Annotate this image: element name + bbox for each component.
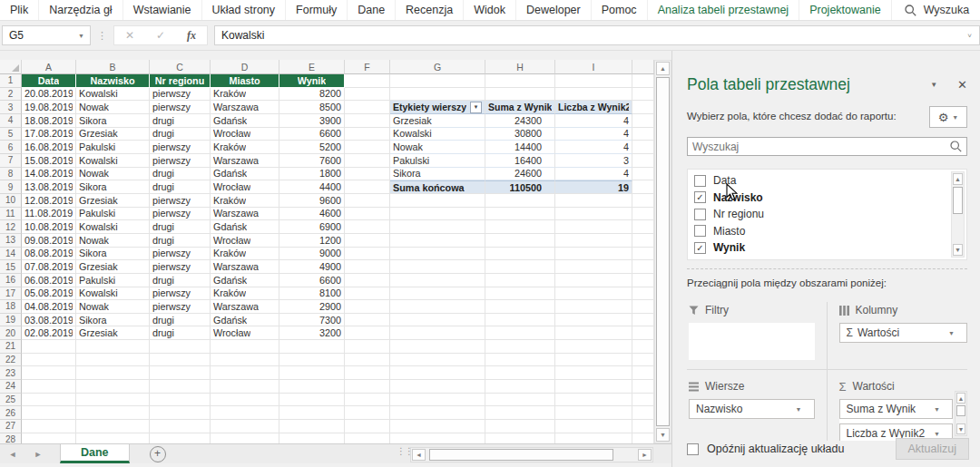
cell[interactable] [345, 128, 390, 141]
cell[interactable]: Sikora [76, 180, 150, 194]
cell[interactable]: 19 [555, 180, 632, 194]
row-header[interactable]: 23 [0, 366, 22, 380]
cell[interactable] [632, 380, 654, 394]
cell[interactable] [485, 88, 555, 102]
cell[interactable]: drugi [150, 128, 211, 141]
cell[interactable]: Kowalski [76, 154, 150, 168]
row-header[interactable]: 18 [0, 300, 22, 314]
cell[interactable] [632, 154, 654, 168]
cell[interactable] [485, 248, 555, 261]
field-list-scrollbar[interactable]: ▲ ▼ [951, 171, 965, 258]
cell[interactable] [632, 260, 654, 274]
cell[interactable] [632, 234, 654, 248]
cell[interactable] [390, 340, 485, 354]
scroll-up-icon[interactable]: ▲ [956, 393, 965, 404]
cell[interactable]: 16400 [485, 154, 555, 168]
sheet-tab-dane[interactable]: Dane [60, 444, 130, 463]
cell[interactable] [555, 274, 632, 287]
row-header[interactable]: 17 [0, 287, 22, 301]
cell[interactable] [211, 394, 279, 407]
cell[interactable] [390, 74, 485, 88]
row-header[interactable]: 12 [0, 220, 22, 234]
cell[interactable] [22, 406, 76, 420]
cell[interactable] [390, 300, 485, 314]
cell[interactable]: 24300 [485, 114, 555, 128]
update-button[interactable]: Aktualizuj [896, 438, 970, 460]
cell[interactable]: Pakulski [76, 208, 150, 221]
cell[interactable] [345, 433, 390, 443]
cell[interactable]: pierwszy [150, 248, 211, 261]
field-checkbox[interactable]: ✓ [694, 191, 706, 203]
row-header[interactable]: 15 [0, 260, 22, 274]
cell[interactable]: 16.08.2019 [22, 141, 76, 154]
cell[interactable] [632, 180, 654, 194]
scroll-down-icon[interactable]: ▼ [656, 428, 670, 442]
cell[interactable] [345, 154, 390, 168]
cell[interactable]: Wrocław [211, 180, 279, 194]
scroll-down-icon[interactable]: ▼ [953, 244, 963, 256]
cell[interactable] [632, 433, 654, 443]
cell[interactable] [485, 354, 555, 367]
cell[interactable] [211, 406, 279, 420]
cell[interactable] [390, 88, 485, 102]
cell[interactable] [390, 220, 485, 234]
column-header[interactable] [632, 60, 654, 74]
cell[interactable] [555, 208, 632, 221]
cell[interactable]: 14.08.2019 [22, 168, 76, 181]
cell[interactable]: 03.08.2019 [22, 314, 76, 327]
add-sheet-button[interactable]: + [150, 446, 166, 462]
sheet-nav-left-icon[interactable]: ◄ [0, 444, 25, 463]
cell[interactable]: 11.08.2019 [22, 208, 76, 221]
cell[interactable]: Warszawa [211, 208, 279, 221]
ribbon-search[interactable]: Wyszuka [892, 0, 980, 20]
cell[interactable] [150, 406, 211, 420]
cell[interactable]: 14400 [485, 141, 555, 154]
cell[interactable]: Sikora [76, 114, 150, 128]
insert-function-button[interactable]: fx [176, 29, 207, 43]
cell[interactable] [390, 248, 485, 261]
cell[interactable]: Pakulski [390, 154, 485, 168]
cell[interactable] [345, 248, 390, 261]
cell[interactable] [555, 433, 632, 443]
cell[interactable]: pierwszy [150, 287, 211, 301]
field-checkbox[interactable]: ✓ [694, 242, 706, 254]
rows-dropzone[interactable]: Nazwisko ▼ [689, 399, 815, 419]
cell[interactable] [279, 433, 345, 443]
cell[interactable]: 110500 [485, 180, 555, 194]
cell[interactable] [345, 366, 390, 380]
ribbon-tab-narzędzia-gł[interactable]: Narzędzia gł [39, 0, 122, 20]
ribbon-tab-widok[interactable]: Widok [464, 0, 516, 20]
cell[interactable] [390, 260, 485, 274]
cell[interactable] [485, 194, 555, 208]
cell[interactable]: Grzesiak [76, 194, 150, 208]
cell[interactable] [555, 88, 632, 102]
cell[interactable] [345, 114, 390, 128]
cell[interactable] [76, 406, 150, 420]
cell[interactable] [76, 380, 150, 394]
ribbon-tab-plik[interactable]: Plik [0, 0, 39, 20]
cell[interactable] [485, 220, 555, 234]
select-all-corner[interactable] [0, 60, 22, 74]
row-header[interactable]: 28 [0, 433, 22, 443]
cell[interactable]: Nazwisko [76, 74, 150, 88]
filters-dropzone[interactable] [689, 323, 815, 360]
values-area[interactable]: Σ Wartości Suma z Wynik ▼ Liczba z Wynik… [828, 369, 968, 441]
cell[interactable] [345, 300, 390, 314]
cell[interactable]: Gdańsk [211, 314, 279, 327]
field-list-scrollbar-thumb[interactable] [953, 187, 963, 214]
cell[interactable]: 12.08.2019 [22, 194, 76, 208]
cell[interactable] [345, 194, 390, 208]
cell[interactable] [22, 394, 76, 407]
ribbon-tab-projektowanie[interactable]: Projektowanie [799, 0, 892, 20]
cell[interactable]: Etykiety wierszy▼ [390, 101, 485, 114]
column-header[interactable]: B [76, 60, 150, 74]
cell[interactable] [345, 394, 390, 407]
cell[interactable]: Sikora [76, 248, 150, 261]
cell[interactable]: pierwszy [150, 260, 211, 274]
cell[interactable] [555, 366, 632, 380]
cell[interactable] [555, 260, 632, 274]
cell[interactable]: Nowak [76, 234, 150, 248]
cell[interactable] [485, 420, 555, 433]
cell[interactable] [390, 366, 485, 380]
cell[interactable] [211, 366, 279, 380]
